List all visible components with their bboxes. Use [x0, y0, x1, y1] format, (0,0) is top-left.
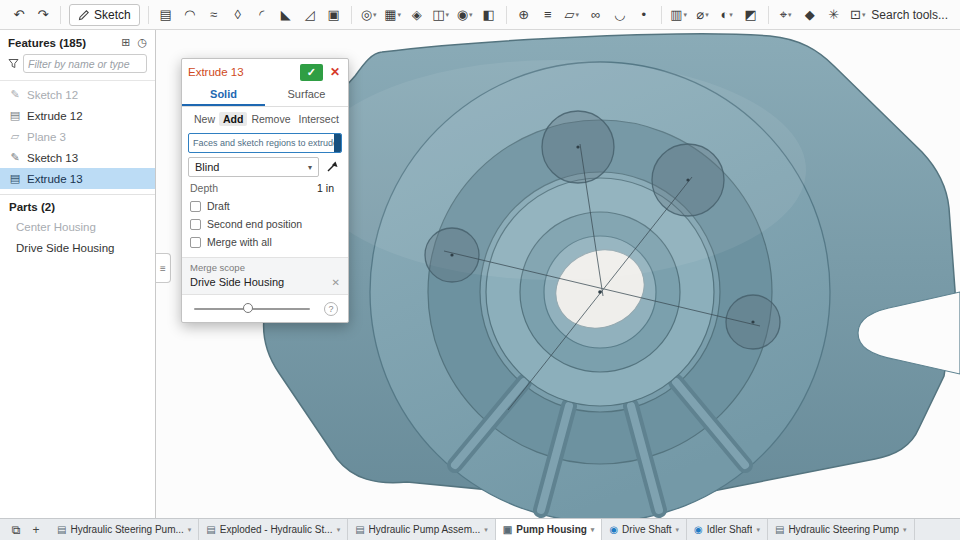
tab-idler-shaft[interactable]: ◉Idler Shaft▾ [687, 519, 768, 540]
insert-feature-icon[interactable]: ⊞ [121, 36, 130, 49]
mirror-icon[interactable]: ◫▾ [430, 3, 452, 27]
filter-funnel-icon[interactable] [8, 58, 19, 69]
option-draft[interactable]: Draft [190, 200, 340, 212]
depth-input[interactable]: 1 in [317, 182, 340, 194]
part-circle-icon: ◉ [694, 524, 703, 535]
split-icon[interactable]: ◧ [478, 3, 500, 27]
sheet-metal-icon[interactable]: ▥▾ [668, 3, 690, 27]
end-type-dropdown[interactable]: Blind ▾ [188, 157, 319, 177]
dropdown-caret-icon[interactable]: ▾ [788, 11, 792, 19]
panel-collapse-handle[interactable]: ≡ [156, 253, 171, 283]
faces-selection-field[interactable]: Faces and sketch regions to extrude [188, 133, 342, 153]
transform-icon[interactable]: ⊕ [513, 3, 535, 27]
checkbox-merge-with-all[interactable] [190, 237, 201, 248]
custom-feature-icon[interactable]: ⊡▾ [847, 3, 869, 27]
checkbox-second-end-position[interactable] [190, 219, 201, 230]
boolean-icon[interactable]: ◉▾ [454, 3, 476, 27]
option-second-end-position[interactable]: Second end position [190, 218, 340, 230]
sketch-button[interactable]: Sketch [69, 4, 140, 26]
checkbox-draft[interactable] [190, 201, 201, 212]
offset-surface-icon[interactable]: ≡ [537, 3, 559, 27]
linear-pattern-icon[interactable]: ▦▾ [382, 3, 404, 27]
cancel-button[interactable]: ✕ [328, 65, 342, 79]
tab-menu-caret-icon[interactable]: ▾ [756, 526, 760, 534]
measure-icon[interactable]: ⌀▾ [692, 3, 714, 27]
dropdown-caret-icon[interactable]: ▾ [446, 11, 450, 19]
tab-menu-caret-icon[interactable]: ▾ [188, 526, 192, 534]
tab-exploded-hydraulic-st[interactable]: ▤Exploded - Hydraulic St...▾ [199, 519, 348, 540]
feature-item-sketch-12[interactable]: ✎Sketch 12 [0, 84, 155, 105]
tab-menu-caret-icon[interactable]: ▾ [591, 526, 595, 534]
hole-icon[interactable]: ◎▾ [358, 3, 380, 27]
dialog-tab-surface[interactable]: Surface [265, 85, 348, 106]
dropdown-caret-icon[interactable]: ▾ [398, 11, 402, 19]
feature-item-extrude-12[interactable]: ▤Extrude 12 [0, 105, 155, 126]
tab-hydraulic-steering-pum[interactable]: ▤Hydraulic Steering Pum...▾ [50, 519, 199, 540]
tab-menu-caret-icon[interactable]: ▾ [676, 526, 680, 534]
dropdown-caret-icon[interactable]: ▾ [684, 11, 688, 19]
merge-scope-item[interactable]: Drive Side Housing ✕ [190, 276, 340, 288]
dropdown-caret-icon[interactable]: ▾ [705, 11, 709, 19]
dialog-header[interactable]: Extrude 13 ✓ ✕ [182, 59, 348, 85]
extrude-icon[interactable]: ▤ [155, 3, 177, 27]
part-item-drive-side-housing[interactable]: Drive Side Housing [0, 237, 155, 258]
tab-menu-caret-icon[interactable]: ▾ [903, 526, 907, 534]
plane-icon[interactable]: ▱▾ [561, 3, 583, 27]
feature-library-icon[interactable]: ◆ [799, 3, 821, 27]
search-tools-field[interactable]: Search tools... [871, 8, 952, 22]
remove-merge-scope-icon[interactable]: ✕ [332, 277, 340, 288]
feature-filter-input[interactable] [23, 54, 147, 73]
pattern-icon[interactable]: ✳ [823, 3, 845, 27]
revolve-icon[interactable]: ◠ [179, 3, 201, 27]
dropdown-caret-icon[interactable]: ▾ [862, 11, 866, 19]
flip-direction-button[interactable] [322, 157, 342, 177]
tab-pump-housing[interactable]: ▣Pump Housing▾ [496, 519, 603, 540]
dropdown-caret-icon[interactable]: ▾ [469, 11, 473, 19]
feature-item-extrude-13[interactable]: ▤Extrude 13 [0, 168, 155, 189]
tab-hydraulic-pump-assem[interactable]: ▤Hydraulic Pump Assem...▾ [348, 519, 496, 540]
help-icon[interactable]: ? [324, 302, 338, 316]
part-item-center-housing[interactable]: Center Housing [0, 216, 155, 237]
shell-icon[interactable]: ▣ [323, 3, 345, 27]
feature-item-plane-3[interactable]: ▱Plane 3 [0, 126, 155, 147]
opacity-slider-track[interactable] [194, 308, 310, 310]
commit-button[interactable]: ✓ [300, 64, 323, 81]
option-merge-with-all[interactable]: Merge with all [190, 236, 340, 248]
tab-menu-caret-icon[interactable]: ▾ [484, 526, 488, 534]
boolean-mode-remove[interactable]: Remove [247, 112, 294, 126]
feature-item-label: Extrude 12 [27, 110, 83, 122]
tab-menu-caret-icon[interactable]: ▾ [337, 526, 341, 534]
dialog-tab-solid[interactable]: Solid [182, 85, 265, 106]
section-view-icon[interactable]: ◩ [740, 3, 762, 27]
parts-section-title[interactable]: Parts (2) [0, 194, 155, 216]
point-icon[interactable]: • [633, 3, 655, 27]
sweep-icon[interactable]: ≈ [203, 3, 225, 27]
circular-pattern-icon[interactable]: ◈ [406, 3, 428, 27]
fillet-icon[interactable]: ◜ [251, 3, 273, 27]
opacity-slider-knob[interactable] [243, 303, 253, 313]
feature-item-sketch-13[interactable]: ✎Sketch 13 [0, 147, 155, 168]
helix-icon[interactable]: ∞ [585, 3, 607, 27]
curve-icon[interactable]: ◡ [609, 3, 631, 27]
chamfer-icon[interactable]: ◣ [275, 3, 297, 27]
new-tab-button[interactable]: + [26, 519, 46, 540]
boolean-mode-add[interactable]: Add [219, 112, 247, 126]
appearance-icon[interactable]: ◐▾ [716, 3, 738, 27]
boolean-mode-row: NewAddRemoveIntersect [182, 107, 348, 129]
history-icon[interactable]: ◷ [137, 36, 147, 49]
tab-manager-icon[interactable]: ⧉ [6, 519, 26, 540]
tab-hydraulic-steering-pump[interactable]: ▤Hydraulic Steering Pump▾ [768, 519, 915, 540]
dropdown-caret-icon[interactable]: ▾ [373, 11, 377, 19]
toolbar-divider [661, 6, 662, 24]
dropdown-caret-icon[interactable]: ▾ [729, 11, 733, 19]
redo-icon[interactable]: ↷ [32, 3, 54, 27]
named-views-icon[interactable]: ⌖▾ [775, 3, 797, 27]
draft-icon[interactable]: ◿ [299, 3, 321, 27]
undo-icon[interactable]: ↶ [8, 3, 30, 27]
boolean-mode-intersect[interactable]: Intersect [295, 112, 343, 126]
loft-icon[interactable]: ◊ [227, 3, 249, 27]
dialog-title: Extrude 13 [188, 66, 295, 78]
dropdown-caret-icon[interactable]: ▾ [575, 11, 579, 19]
tab-drive-shaft[interactable]: ◉Drive Shaft▾ [602, 519, 687, 540]
boolean-mode-new[interactable]: New [190, 112, 219, 126]
